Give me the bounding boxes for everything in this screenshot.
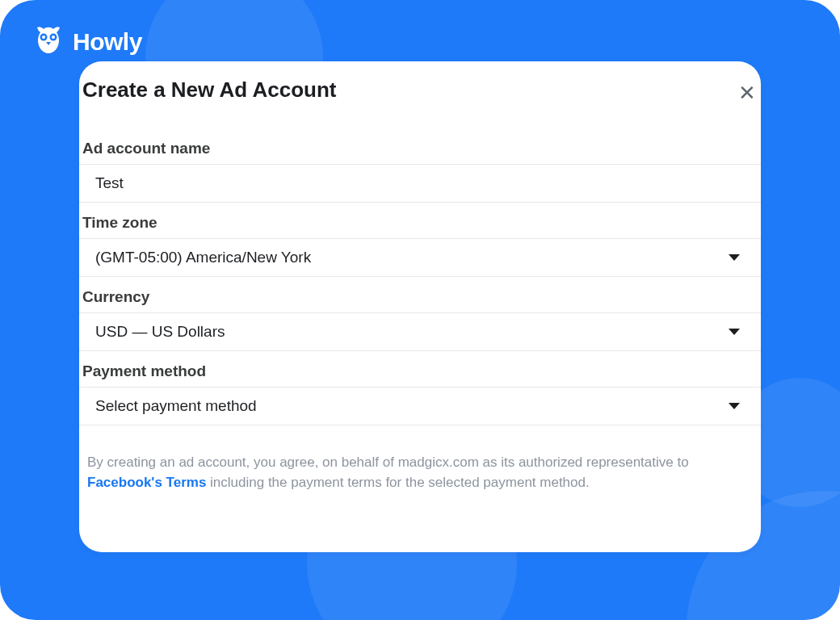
- disclaimer-part2: including the payment terms for the sele…: [206, 475, 589, 490]
- chevron-down-icon: [729, 329, 740, 335]
- currency-value: USD — US Dollars: [95, 323, 225, 341]
- currency-select[interactable]: USD — US Dollars: [79, 312, 761, 351]
- disclaimer-part1: By creating an ad account, you agree, on…: [87, 455, 689, 470]
- facebook-terms-link[interactable]: Facebook's Terms: [87, 475, 206, 490]
- account-name-input-wrap[interactable]: [79, 164, 761, 203]
- account-name-input[interactable]: [95, 174, 745, 192]
- brand-logo: Howly: [32, 24, 142, 60]
- owl-icon: [32, 24, 65, 60]
- account-name-field-group: Ad account name: [79, 125, 761, 203]
- modal-header: Create a New Ad Account ✕: [79, 61, 761, 125]
- close-icon[interactable]: ✕: [738, 81, 761, 106]
- payment-method-label: Payment method: [79, 351, 761, 387]
- payment-method-select[interactable]: Select payment method: [79, 387, 761, 425]
- create-ad-account-modal: Create a New Ad Account ✕ Ad account nam…: [79, 61, 761, 552]
- svg-point-2: [42, 36, 45, 39]
- timezone-field-group: Time zone (GMT-05:00) America/New York: [79, 203, 761, 277]
- modal-title: Create a New Ad Account: [79, 78, 336, 103]
- currency-field-group: Currency USD — US Dollars: [79, 277, 761, 351]
- disclaimer-text: By creating an ad account, you agree, on…: [79, 425, 761, 492]
- chevron-down-icon: [729, 254, 740, 261]
- timezone-value: (GMT-05:00) America/New York: [95, 249, 311, 266]
- page-background: Howly Create a New Ad Account ✕ Ad accou…: [0, 0, 840, 620]
- timezone-label: Time zone: [79, 203, 761, 238]
- svg-point-3: [52, 36, 55, 39]
- currency-label: Currency: [79, 277, 761, 312]
- payment-method-field-group: Payment method Select payment method: [79, 351, 761, 425]
- account-name-label: Ad account name: [79, 125, 761, 164]
- timezone-select[interactable]: (GMT-05:00) America/New York: [79, 238, 761, 277]
- chevron-down-icon: [729, 403, 740, 409]
- payment-method-value: Select payment method: [95, 397, 257, 415]
- brand-name: Howly: [73, 28, 142, 56]
